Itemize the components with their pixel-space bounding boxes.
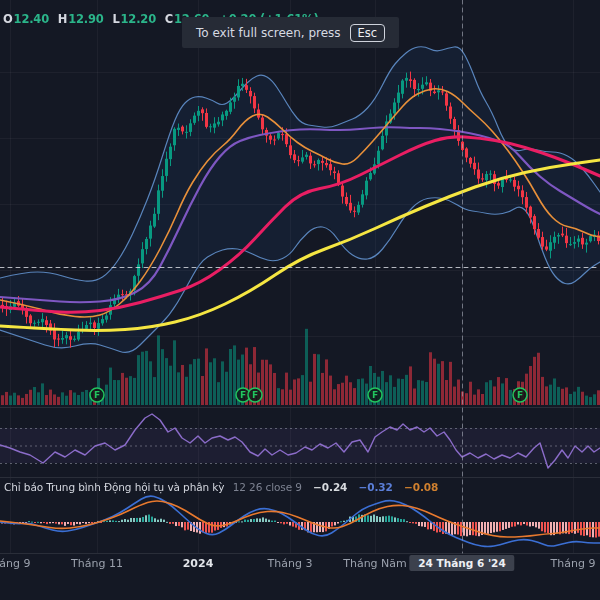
esc-key: Esc	[350, 24, 386, 42]
low-value: 12.20	[121, 12, 156, 26]
macd-indicator-header[interactable]: Chỉ báo Trung bình Động hội tụ và phân k…	[4, 481, 438, 493]
open-value: 12.40	[14, 12, 49, 26]
macd-title: Chỉ báo Trung bình Động hội tụ và phân k…	[4, 481, 224, 493]
price-chart-canvas[interactable]	[0, 0, 600, 600]
fullscreen-toast: To exit full screen, press Esc	[182, 17, 399, 48]
crosshair-date-label: 24 Tháng 6 '24	[409, 555, 514, 571]
high-value: 12.90	[68, 12, 103, 26]
open-label: O	[3, 12, 13, 26]
time-axis-label[interactable]: Tháng Năm	[343, 557, 407, 570]
trading-chart-fullscreen: O12.40 H12.90 L12.20 C12.60 +0.20 (+1.61…	[0, 0, 600, 600]
macd-hist-value: −0.24	[313, 481, 347, 493]
time-axis-label[interactable]: Tháng 11	[71, 557, 123, 570]
high-label: H	[58, 12, 67, 26]
macd-signal-value: −0.08	[404, 481, 438, 493]
macd-line-value: −0.32	[359, 481, 393, 493]
time-axis-label[interactable]: 2024	[183, 557, 214, 570]
fullscreen-toast-text: To exit full screen, press	[196, 26, 341, 40]
close-label: C	[165, 12, 173, 26]
macd-params: 12 26 close 9	[233, 481, 302, 493]
time-axis-label[interactable]: Tháng 3	[268, 557, 313, 570]
time-axis-label[interactable]: Tháng 9	[0, 557, 30, 570]
low-label: L	[112, 12, 119, 26]
time-axis-label[interactable]: Tháng 9	[551, 557, 596, 570]
